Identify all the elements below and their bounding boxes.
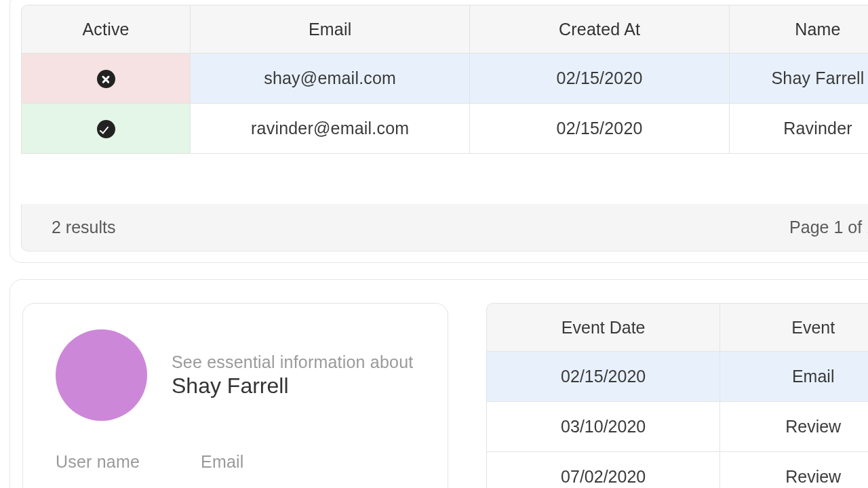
cell-created: 02/15/2020 [470,54,730,104]
users-table-footer: 2 results Page 1 of 1 [21,204,868,251]
profile-header: See essential information about Shay Far… [56,329,415,421]
column-header-event[interactable]: Event [720,303,868,352]
profile-card: See essential information about Shay Far… [22,303,448,488]
cell-event-date: 07/02/2020 [486,452,720,488]
cell-active [21,54,191,104]
cell-name: Shay Farrell [730,54,868,104]
cell-event-date: 02/15/2020 [486,352,720,402]
cell-email: ravinder@email.com [191,104,470,154]
page-indicator: Page 1 of 1 [789,218,868,237]
events-table: Event Date Event 02/15/2020 Email 03/10/… [486,303,868,488]
users-table: Active Email Created At Name shay@email.… [21,5,868,154]
cell-active [21,104,191,154]
cell-name: Ravinder [730,104,868,154]
column-header-email[interactable]: Email [191,5,470,54]
table-row[interactable]: shay@email.com 02/15/2020 Shay Farrell [21,54,868,104]
field-label-username: User name [56,452,140,472]
profile-intro: See essential information about Shay Far… [172,352,413,399]
detail-section: See essential information about Shay Far… [9,279,868,488]
field-email: Email [201,452,244,472]
results-count: 2 results [52,218,115,237]
profile-fields: User name Email [56,452,415,472]
active-icon [97,120,115,138]
cell-event-date: 03/10/2020 [486,402,720,452]
users-header-row: Active Email Created At Name [21,5,868,54]
column-header-name[interactable]: Name [730,5,868,54]
cell-event: Email [720,352,868,402]
table-row[interactable]: 07/02/2020 Review [486,452,868,488]
profile-name: Shay Farrell [172,373,413,399]
cell-event: Review [720,452,868,488]
cell-event: Review [720,402,868,452]
events-section: Event Date Event 02/15/2020 Email 03/10/… [486,303,868,488]
cell-created: 02/15/2020 [470,104,730,154]
avatar [56,329,147,421]
field-label-email: Email [201,452,244,472]
table-body-spacer [21,154,868,204]
column-header-event-date[interactable]: Event Date [486,303,720,352]
table-row[interactable]: 02/15/2020 Email [486,352,868,402]
cell-email: shay@email.com [191,54,470,104]
profile-intro-label: See essential information about [172,352,413,372]
events-header-row: Event Date Event [486,303,868,352]
field-username: User name [56,452,140,472]
column-header-active[interactable]: Active [21,5,191,54]
column-header-created[interactable]: Created At [470,5,730,54]
table-row[interactable]: 03/10/2020 Review [486,402,868,452]
users-section: Active Email Created At Name shay@email.… [9,0,868,263]
inactive-icon [97,70,115,88]
table-row[interactable]: ravinder@email.com 02/15/2020 Ravinder [21,104,868,154]
